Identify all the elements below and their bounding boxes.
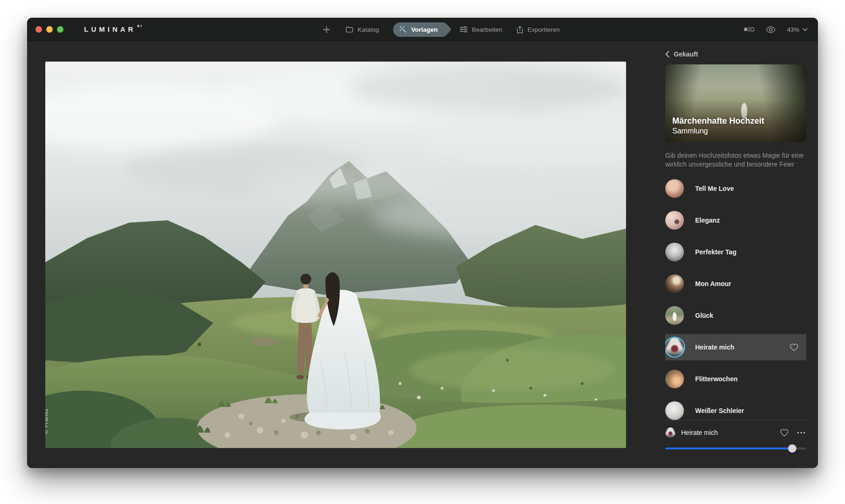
- template-item-mon-amour[interactable]: Mon Amour: [665, 271, 806, 297]
- template-item-weisser-schleier[interactable]: Weißer Schleier: [665, 398, 806, 420]
- tab-vorlagen[interactable]: Vorlagen: [393, 22, 445, 37]
- app-logo: LUMINARAI: [84, 25, 142, 33]
- collection-title: Märchenhafte Hochzeit: [672, 116, 764, 126]
- template-thumbnail: [665, 211, 684, 230]
- back-button[interactable]: Gekauft: [665, 50, 806, 58]
- main-tabs: Katalog Vorlagen Bearbeiten: [323, 18, 560, 41]
- traffic-lights: [35, 26, 63, 33]
- template-thumbnail: [665, 274, 684, 293]
- template-name: Eleganz: [695, 217, 720, 224]
- amount-slider[interactable]: [665, 444, 806, 453]
- app-window: LUMINARAI Katalog: [27, 18, 818, 468]
- slider-knob[interactable]: [788, 444, 796, 453]
- editor-canvas: © Fransz: [27, 41, 665, 468]
- template-name: Flitterwochen: [695, 375, 738, 383]
- template-item-perfekter-tag[interactable]: Perfekter Tag: [665, 239, 806, 265]
- wand-icon: [399, 26, 407, 34]
- collection-card[interactable]: Märchenhafte Hochzeit Sammlung: [665, 64, 806, 142]
- eye-icon[interactable]: [766, 26, 776, 33]
- template-thumbnail: [665, 370, 684, 388]
- slider-fill: [665, 448, 792, 449]
- template-thumbnail: [665, 338, 684, 357]
- template-item-heirate-mich[interactable]: Heirate mich: [665, 334, 806, 360]
- tab-bearbeiten[interactable]: Bearbeiten: [459, 26, 502, 33]
- template-item-eleganz[interactable]: Eleganz: [665, 207, 806, 233]
- titlebar-right-controls: 43%: [744, 18, 808, 41]
- photo-watermark: © Fransz: [45, 408, 49, 434]
- close-button[interactable]: [35, 26, 42, 33]
- title-bar: LUMINARAI Katalog: [27, 18, 818, 41]
- template-thumbnail: [665, 401, 684, 420]
- sliders-icon: [459, 26, 468, 33]
- favorite-heart-icon[interactable]: [780, 428, 789, 437]
- photo-illustration: [45, 62, 626, 448]
- template-item-glueck[interactable]: Glück: [665, 302, 806, 329]
- sidebar-divider: [665, 420, 806, 420]
- template-item-tell-me-love[interactable]: Tell Me Love: [665, 175, 806, 202]
- compare-toggle-icon[interactable]: [744, 26, 754, 33]
- zoom-level-value: 43%: [787, 26, 799, 33]
- template-name: Weißer Schleier: [695, 407, 744, 414]
- chevron-down-icon: [803, 28, 808, 31]
- plus-icon: [323, 26, 331, 34]
- template-name: Tell Me Love: [695, 185, 734, 192]
- template-thumbnail: [665, 179, 684, 198]
- photo[interactable]: © Fransz: [45, 62, 626, 448]
- template-name: Glück: [695, 312, 713, 319]
- template-list: Tell Me LoveEleganzPerfekter TagMon Amou…: [665, 175, 806, 420]
- more-options-button[interactable]: •••: [797, 430, 806, 436]
- template-name: Mon Amour: [695, 280, 731, 287]
- template-item-flitterwochen[interactable]: Flitterwochen: [665, 366, 806, 392]
- template-name: Heirate mich: [695, 343, 734, 351]
- tab-katalog[interactable]: Katalog: [345, 26, 379, 33]
- active-template-thumbnail: [665, 427, 676, 438]
- folder-icon: [345, 26, 353, 33]
- collection-description: Gib deinen Hochzeitsfotos etwas Magie fü…: [665, 151, 806, 169]
- template-thumbnail: [665, 243, 684, 261]
- active-template-name: Heirate mich: [681, 429, 718, 436]
- collection-subtitle: Sammlung: [672, 126, 764, 136]
- favorite-heart-icon[interactable]: [789, 343, 799, 351]
- active-template-bar: Heirate mich •••: [665, 427, 806, 453]
- add-photos-button[interactable]: [323, 26, 331, 34]
- template-thumbnail: [665, 306, 684, 325]
- minimize-button[interactable]: [46, 26, 53, 33]
- zoom-level-select[interactable]: 43%: [787, 26, 808, 33]
- chevron-left-icon: [665, 51, 669, 57]
- export-icon: [516, 26, 523, 34]
- templates-sidebar: Gekauft Märchenhafte Hochzeit Sammlung G…: [665, 41, 806, 468]
- tab-exportieren[interactable]: Exportieren: [516, 26, 560, 34]
- collection-card-text: Märchenhafte Hochzeit Sammlung: [672, 116, 764, 136]
- back-label: Gekauft: [674, 50, 698, 58]
- fullscreen-button[interactable]: [57, 26, 63, 33]
- template-name: Perfekter Tag: [695, 248, 736, 256]
